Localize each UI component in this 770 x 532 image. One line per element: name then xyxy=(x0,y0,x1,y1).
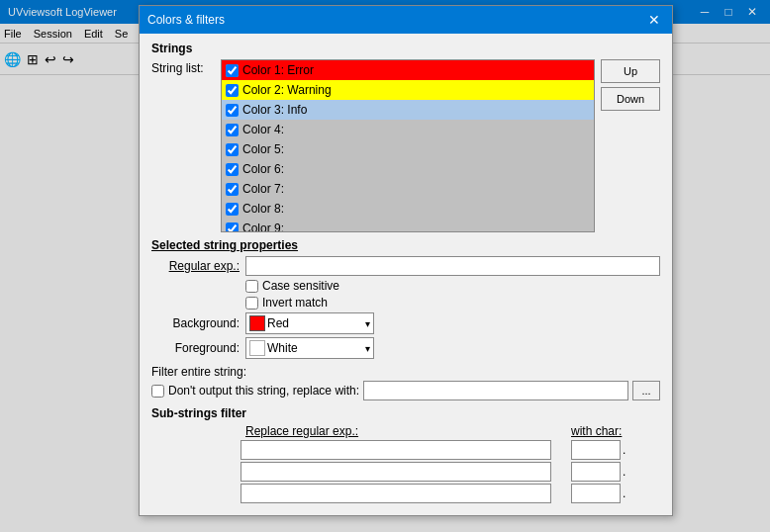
replace-with-input[interactable] xyxy=(363,381,628,400)
substr-left-header: Replace regular exp.: xyxy=(245,424,571,438)
item-9-label: Color 9: xyxy=(242,222,284,232)
item-8-checkbox[interactable] xyxy=(226,203,239,216)
case-sensitive-checkbox[interactable] xyxy=(245,280,258,293)
background-dropdown[interactable]: Red ▾ xyxy=(245,312,374,334)
list-item[interactable]: Color 6: xyxy=(222,159,594,179)
item-1-label: Color 1: Error xyxy=(242,63,314,77)
foreground-row: Foreground: White ▾ xyxy=(151,337,660,359)
list-item[interactable]: Color 8: xyxy=(222,199,594,219)
item-4-label: Color 4: xyxy=(242,123,284,136)
foreground-dropdown[interactable]: White ▾ xyxy=(245,337,374,359)
item-5-label: Color 5: xyxy=(242,142,284,156)
list-item[interactable]: Color 5: xyxy=(222,139,594,159)
regular-exp-input[interactable]: Error xyxy=(245,256,660,276)
substrings-headers: Replace regular exp.: with char: xyxy=(151,424,660,438)
list-item[interactable]: Color 4: xyxy=(222,120,594,139)
background-color-swatch xyxy=(249,315,265,331)
item-1-checkbox[interactable] xyxy=(226,64,239,77)
item-9-checkbox[interactable] xyxy=(226,222,239,233)
list-item[interactable]: Color 3: Info xyxy=(222,100,594,120)
substr-row-2: . xyxy=(241,462,660,482)
dot-label-1: . xyxy=(623,443,626,457)
background-color-name: Red xyxy=(267,316,289,330)
string-list-label: String list: xyxy=(151,59,221,75)
item-2-label: Color 2: Warning xyxy=(242,83,332,97)
background-row: Background: Red ▾ xyxy=(151,312,660,334)
substrings-filter-label: Sub-strings filter xyxy=(151,406,660,420)
dot-label-3: . xyxy=(623,487,626,500)
case-sensitive-row: Case sensitive xyxy=(245,279,660,293)
foreground-dropdown-arrow: ▾ xyxy=(365,343,370,354)
invert-match-row: Invert match xyxy=(245,296,660,310)
substr-row-1: . xyxy=(241,440,660,460)
up-button[interactable]: Up xyxy=(601,59,660,83)
strings-section-label: Strings xyxy=(151,42,660,55)
invert-match-label: Invert match xyxy=(262,296,328,310)
substr-row-3: . xyxy=(241,484,660,503)
filter-entire-row: Don't output this string, replace with: … xyxy=(151,381,660,400)
substr-left-input-2[interactable] xyxy=(241,462,551,482)
substr-right-input-1[interactable] xyxy=(571,440,621,460)
dialog-titlebar: Colors & filters ✕ xyxy=(140,6,672,34)
substr-left-input-1[interactable] xyxy=(241,440,551,460)
replace-regexp-col-label: Replace regular exp.: xyxy=(245,424,358,438)
item-6-checkbox[interactable] xyxy=(226,163,239,176)
list-item[interactable]: Color 1: Error xyxy=(222,60,594,80)
item-8-label: Color 8: xyxy=(242,202,284,216)
dialog-content: Strings String list: Color 1: Error Colo… xyxy=(140,34,672,515)
item-7-checkbox[interactable] xyxy=(226,183,239,196)
strings-section: String list: Color 1: Error Color 2: War… xyxy=(151,59,660,232)
item-5-checkbox[interactable] xyxy=(226,143,239,156)
with-char-col-label: with char: xyxy=(571,424,622,438)
dot-label-2: . xyxy=(623,465,626,479)
list-item[interactable]: Color 2: Warning xyxy=(222,80,594,100)
dont-output-label: Don't output this string, replace with: xyxy=(168,384,359,398)
regular-exp-label: Regular exp.: xyxy=(151,259,245,273)
item-3-checkbox[interactable] xyxy=(226,104,239,117)
selected-props-label: Selected string properties xyxy=(151,238,660,252)
dots-button[interactable]: ... xyxy=(632,381,660,400)
substr-right-input-2[interactable] xyxy=(571,462,621,482)
string-list-container[interactable]: Color 1: Error Color 2: Warning Color 3:… xyxy=(221,59,595,232)
regular-exp-row: Regular exp.: Error xyxy=(151,256,660,276)
item-3-label: Color 3: Info xyxy=(242,103,307,117)
item-6-label: Color 6: xyxy=(242,162,284,176)
background-dropdown-arrow: ▾ xyxy=(365,318,370,329)
selected-string-properties: Selected string properties Regular exp.:… xyxy=(151,238,660,359)
dialog-close-button[interactable]: ✕ xyxy=(644,10,664,30)
substr-right-header: with char: xyxy=(571,424,660,438)
substr-right-input-3[interactable] xyxy=(571,484,621,503)
case-sensitive-label: Case sensitive xyxy=(262,279,339,293)
list-item[interactable]: Color 7: xyxy=(222,179,594,199)
down-button[interactable]: Down xyxy=(601,87,660,111)
dialog-title: Colors & filters xyxy=(147,13,225,27)
filter-entire-section: Filter entire string: Don't output this … xyxy=(151,365,660,400)
item-4-checkbox[interactable] xyxy=(226,124,239,136)
foreground-color-name: White xyxy=(267,341,298,355)
colors-filters-dialog: Colors & filters ✕ Strings String list: … xyxy=(139,5,673,516)
item-7-label: Color 7: xyxy=(242,182,284,196)
background-label: Background: xyxy=(151,316,245,330)
substr-left-input-3[interactable] xyxy=(241,484,551,503)
invert-match-checkbox[interactable] xyxy=(245,297,258,310)
foreground-label: Foreground: xyxy=(151,341,245,355)
filter-entire-label: Filter entire string: xyxy=(151,365,660,379)
dont-output-checkbox[interactable] xyxy=(151,385,164,398)
list-item[interactable]: Color 9: xyxy=(222,219,594,232)
list-side-buttons: Up Down xyxy=(601,59,660,111)
foreground-color-swatch xyxy=(249,340,265,356)
substrings-filter-section: Sub-strings filter Replace regular exp.:… xyxy=(151,406,660,503)
item-2-checkbox[interactable] xyxy=(226,84,239,97)
